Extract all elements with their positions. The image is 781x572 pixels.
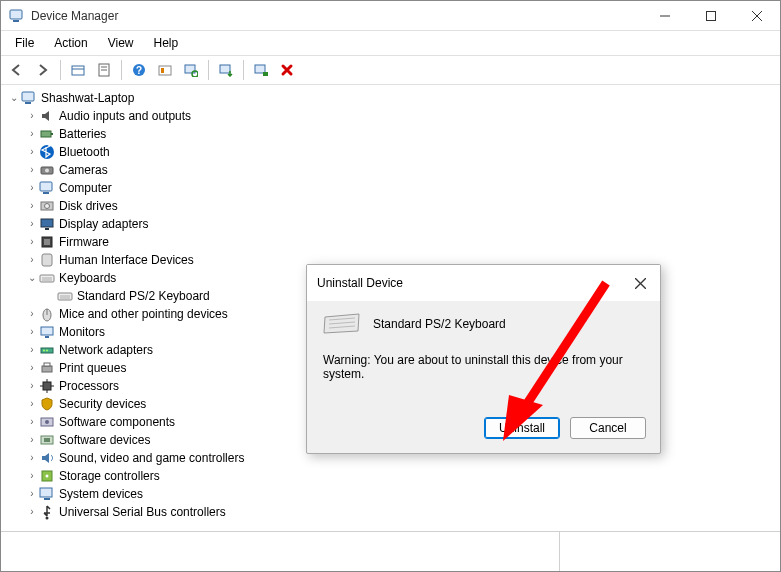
uninstall-driver-icon[interactable] (249, 59, 273, 81)
close-button[interactable] (734, 1, 780, 31)
chevron-right-icon[interactable]: › (25, 377, 39, 395)
computer-icon (39, 180, 55, 196)
chevron-right-icon[interactable]: › (25, 431, 39, 449)
forward-icon[interactable] (31, 59, 55, 81)
maximize-button[interactable] (688, 1, 734, 31)
tree-item-label: Firmware (59, 233, 109, 251)
tree-item[interactable]: ›Display adapters (1, 215, 780, 233)
menu-help[interactable]: Help (146, 33, 187, 53)
chevron-right-icon[interactable]: › (25, 161, 39, 179)
hid-icon (39, 252, 55, 268)
svg-rect-23 (51, 133, 53, 135)
help-icon[interactable]: ? (127, 59, 151, 81)
tree-item[interactable]: ›Storage controllers (1, 467, 780, 485)
audio-icon (39, 108, 55, 124)
app-icon (9, 8, 25, 24)
camera-icon (39, 162, 55, 178)
battery-icon (39, 126, 55, 142)
menu-file[interactable]: File (7, 33, 42, 53)
tree-item-label: Processors (59, 377, 119, 395)
svg-rect-32 (45, 228, 49, 230)
tree-item-label: Security devices (59, 395, 146, 413)
chevron-right-icon[interactable]: › (25, 233, 39, 251)
svg-rect-6 (72, 66, 84, 75)
disable-device-icon[interactable] (275, 59, 299, 81)
scan-hardware-icon[interactable] (179, 59, 203, 81)
tree-item[interactable]: ›System devices (1, 485, 780, 503)
dialog-device-name: Standard PS/2 Keyboard (373, 317, 506, 331)
tree-item-label: Universal Serial Bus controllers (59, 503, 226, 521)
keyboard-icon (39, 270, 55, 286)
show-hidden-icon[interactable] (66, 59, 90, 81)
minimize-button[interactable] (642, 1, 688, 31)
toolbar: ? (1, 56, 780, 85)
chevron-right-icon[interactable]: › (25, 449, 39, 467)
chevron-down-icon[interactable]: ⌄ (7, 89, 21, 107)
chevron-right-icon[interactable]: › (25, 215, 39, 233)
action-icon[interactable] (153, 59, 177, 81)
storage-icon (39, 468, 55, 484)
tree-item-label: Keyboards (59, 269, 116, 287)
uninstall-button[interactable]: Uninstall (484, 417, 560, 439)
chevron-right-icon[interactable]: › (25, 143, 39, 161)
menu-action[interactable]: Action (46, 33, 95, 53)
svg-rect-62 (40, 488, 52, 497)
tree-item[interactable]: ›Cameras (1, 161, 780, 179)
dialog-titlebar: Uninstall Device (307, 265, 660, 301)
tree-item[interactable]: ›Batteries (1, 125, 780, 143)
menu-view[interactable]: View (100, 33, 142, 53)
uninstall-dialog: Uninstall Device Standard PS/2 Keyboard … (306, 264, 661, 454)
tree-item-label: Sound, video and game controllers (59, 449, 244, 467)
chevron-right-icon[interactable]: › (25, 467, 39, 485)
tree-item-label: Shashwat-Laptop (41, 89, 134, 107)
tree-item[interactable]: ›Universal Serial Bus controllers (1, 503, 780, 521)
tree-item-label: Disk drives (59, 197, 118, 215)
content-area: ⌄Shashwat-Laptop›Audio inputs and output… (1, 85, 780, 532)
svg-rect-21 (25, 102, 31, 104)
svg-rect-50 (44, 363, 50, 366)
chevron-right-icon[interactable]: › (25, 359, 39, 377)
chevron-right-icon[interactable]: › (25, 251, 39, 269)
disk-icon (39, 198, 55, 214)
svg-rect-51 (43, 382, 51, 390)
chevron-right-icon[interactable]: › (25, 323, 39, 341)
chevron-right-icon[interactable]: › (25, 179, 39, 197)
update-driver-icon[interactable] (214, 59, 238, 81)
tree-item-label: Mice and other pointing devices (59, 305, 228, 323)
tree-item-label: Computer (59, 179, 112, 197)
svg-point-30 (45, 204, 50, 209)
svg-rect-34 (44, 239, 50, 245)
chevron-right-icon[interactable]: › (25, 413, 39, 431)
tree-item[interactable]: ⌄Shashwat-Laptop (1, 89, 780, 107)
dialog-close-icon[interactable] (630, 273, 650, 293)
chevron-right-icon[interactable]: › (25, 503, 39, 521)
tree-item[interactable]: ›Computer (1, 179, 780, 197)
chevron-right-icon[interactable]: › (25, 197, 39, 215)
chevron-right-icon[interactable]: › (25, 305, 39, 323)
back-icon[interactable] (5, 59, 29, 81)
monitor-icon (39, 324, 55, 340)
svg-text:?: ? (136, 65, 142, 76)
svg-rect-45 (45, 336, 49, 338)
tree-item-label: Software components (59, 413, 175, 431)
printer-icon (39, 360, 55, 376)
svg-rect-14 (161, 68, 164, 73)
window-controls (642, 1, 780, 31)
cancel-button[interactable]: Cancel (570, 417, 646, 439)
chevron-down-icon[interactable]: ⌄ (25, 269, 39, 287)
tree-item[interactable]: ›Disk drives (1, 197, 780, 215)
chevron-right-icon[interactable]: › (25, 395, 39, 413)
svg-rect-17 (220, 65, 230, 73)
svg-point-57 (45, 420, 49, 424)
chevron-right-icon[interactable]: › (25, 125, 39, 143)
tree-item[interactable]: ›Bluetooth (1, 143, 780, 161)
tree-item[interactable]: ›Audio inputs and outputs (1, 107, 780, 125)
tree-item-label: Bluetooth (59, 143, 110, 161)
tree-item[interactable]: ›Firmware (1, 233, 780, 251)
properties-icon[interactable] (92, 59, 116, 81)
chevron-right-icon[interactable]: › (25, 107, 39, 125)
tree-item-label: Network adapters (59, 341, 153, 359)
keyboard-icon (323, 313, 361, 335)
chevron-right-icon[interactable]: › (25, 485, 39, 503)
chevron-right-icon[interactable]: › (25, 341, 39, 359)
